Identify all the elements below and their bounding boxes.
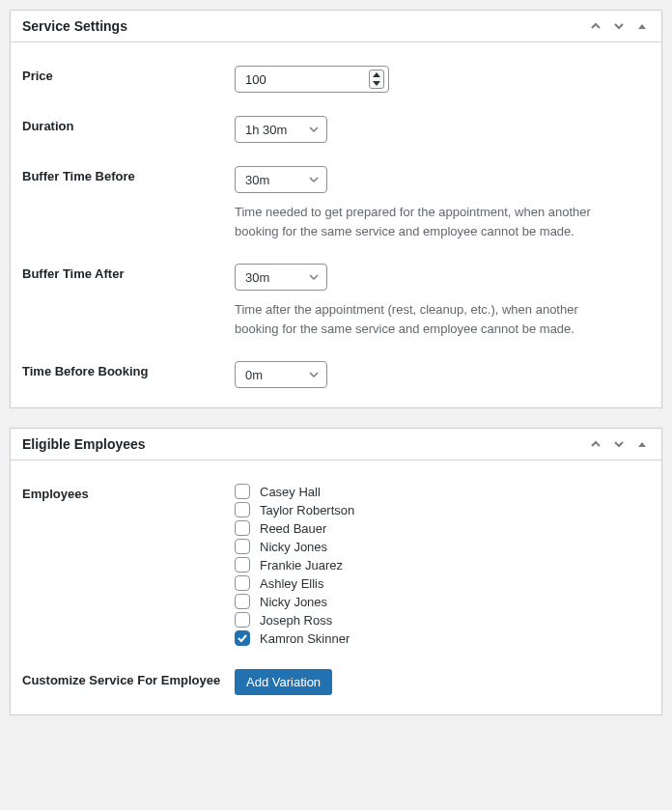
move-down-icon[interactable] (611, 18, 627, 34)
employee-name: Casey Hall (260, 485, 321, 499)
buffer-after-select[interactable]: 30m (235, 264, 327, 291)
employee-item: Frankie Juarez (235, 557, 650, 573)
employee-checkbox[interactable] (235, 539, 250, 554)
employee-item: Nicky Jones (235, 594, 650, 609)
employee-item: Ashley Ellis (235, 575, 650, 591)
employee-checkbox[interactable] (235, 557, 250, 573)
service-settings-panel: Service Settings Price 100 Duration (10, 10, 662, 408)
employee-item: Kamron Skinner (235, 630, 650, 646)
buffer-before-value: 30m (245, 173, 269, 187)
employee-name: Taylor Robertson (260, 503, 354, 517)
employee-item: Reed Bauer (235, 520, 650, 536)
price-value: 100 (236, 72, 266, 87)
time-before-booking-value: 0m (245, 368, 263, 382)
duration-value: 1h 30m (245, 123, 287, 137)
employee-checkbox[interactable] (235, 502, 250, 517)
panel-controls (588, 436, 650, 452)
move-up-icon[interactable] (588, 436, 603, 452)
buffer-before-help: Time needed to get prepared for the appo… (235, 203, 621, 240)
collapse-toggle-icon[interactable] (634, 18, 650, 34)
customize-row: Customize Service For Employee Add Varia… (22, 646, 650, 695)
employees-row: Employees Casey HallTaylor RobertsonReed… (22, 461, 650, 646)
employee-name: Reed Bauer (260, 521, 326, 536)
buffer-after-label: Buffer Time After (22, 264, 235, 338)
move-down-icon[interactable] (611, 436, 627, 452)
time-before-booking-row: Time Before Booking 0m (22, 338, 650, 388)
price-step-down[interactable] (370, 79, 383, 88)
buffer-before-select[interactable]: 30m (235, 166, 327, 193)
price-spinner (369, 70, 384, 89)
duration-label: Duration (22, 116, 235, 143)
panel-controls (588, 18, 650, 34)
chevron-down-icon (309, 368, 319, 382)
employee-list: Casey HallTaylor RobertsonReed BauerNick… (235, 484, 650, 646)
employee-checkbox[interactable] (235, 594, 250, 609)
panel-header: Service Settings (11, 11, 661, 42)
buffer-after-help: Time after the appointment (rest, cleanu… (235, 300, 621, 338)
employee-name: Kamron Skinner (260, 631, 350, 646)
customize-label: Customize Service For Employee (22, 669, 235, 695)
employee-checkbox[interactable] (235, 520, 250, 536)
employee-name: Nicky Jones (260, 595, 327, 609)
panel-body: Price 100 Duration 1h 30m (11, 42, 661, 407)
employee-checkbox[interactable] (235, 612, 250, 628)
price-row: Price 100 (22, 42, 650, 93)
panel-body: Employees Casey HallTaylor RobertsonReed… (11, 461, 661, 714)
eligible-employees-panel: Eligible Employees Employees Casey HallT… (10, 428, 662, 715)
move-up-icon[interactable] (588, 18, 603, 34)
price-step-up[interactable] (370, 70, 383, 79)
time-before-booking-select[interactable]: 0m (235, 361, 327, 388)
chevron-down-icon (309, 173, 319, 187)
employee-checkbox[interactable] (235, 630, 250, 646)
add-variation-button[interactable]: Add Variation (235, 669, 332, 695)
buffer-after-row: Buffer Time After 30m Time after the app… (22, 240, 650, 338)
price-input[interactable]: 100 (235, 66, 389, 93)
employee-name: Frankie Juarez (260, 558, 343, 573)
panel-title: Service Settings (22, 18, 127, 34)
employee-name: Joseph Ross (260, 613, 332, 628)
employee-name: Nicky Jones (260, 540, 327, 554)
buffer-before-row: Buffer Time Before 30m Time needed to ge… (22, 143, 650, 240)
employees-label: Employees (22, 484, 235, 646)
duration-row: Duration 1h 30m (22, 93, 650, 143)
panel-header: Eligible Employees (11, 429, 661, 461)
collapse-toggle-icon[interactable] (634, 436, 650, 452)
time-before-booking-label: Time Before Booking (22, 361, 235, 388)
employee-item: Casey Hall (235, 484, 650, 499)
employee-checkbox[interactable] (235, 484, 250, 499)
price-label: Price (22, 66, 235, 93)
employee-item: Taylor Robertson (235, 502, 650, 517)
employee-item: Joseph Ross (235, 612, 650, 628)
chevron-down-icon (309, 270, 319, 285)
employee-checkbox[interactable] (235, 575, 250, 591)
panel-title: Eligible Employees (22, 436, 146, 452)
chevron-down-icon (309, 123, 319, 137)
duration-select[interactable]: 1h 30m (235, 116, 327, 143)
buffer-after-value: 30m (245, 270, 269, 285)
employee-item: Nicky Jones (235, 539, 650, 554)
buffer-before-label: Buffer Time Before (22, 166, 235, 240)
employee-name: Ashley Ellis (260, 576, 323, 591)
